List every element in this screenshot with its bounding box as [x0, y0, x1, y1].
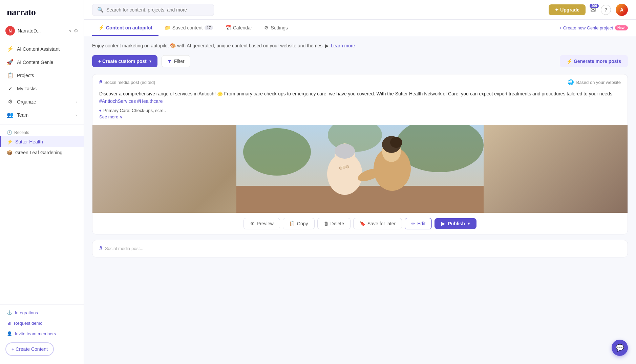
- create-content-button[interactable]: + Create Content: [5, 342, 54, 356]
- chevron-down-icon: ▾: [468, 221, 470, 226]
- preview-button[interactable]: 👁 Preview: [243, 218, 280, 229]
- lightning-icon: ⚡: [98, 25, 104, 30]
- learn-more-link[interactable]: Learn more: [331, 43, 355, 48]
- edit-label: Edit: [417, 221, 425, 226]
- sidebar-item-ai-content-genie[interactable]: 🚀 AI Content Genie: [0, 55, 84, 69]
- logo-area: narrato: [0, 0, 84, 22]
- bottom-link-label: Request demo: [14, 321, 43, 326]
- save-later-button[interactable]: 🔖 Save for later: [353, 218, 402, 229]
- post-actions: 👁 Preview 📋 Copy 🗑 Delete 🔖 Save for lat…: [92, 213, 628, 234]
- notifications-button[interactable]: ✉ 409: [590, 6, 596, 14]
- generate-more-button[interactable]: ⚡ Generate more posts: [560, 55, 628, 67]
- recents-section: 🕐 Recents: [0, 127, 84, 136]
- user-avatar[interactable]: A: [616, 4, 628, 16]
- box-icon: 📦: [7, 150, 13, 155]
- svg-point-9: [343, 166, 345, 168]
- tab-settings[interactable]: ⚙ Settings: [258, 20, 294, 36]
- filter-icon: ▼: [167, 59, 172, 64]
- chevron-down-icon: ∨: [69, 28, 72, 33]
- sidebar-item-ai-content-assistant[interactable]: ⚡ AI Content Assistant: [0, 42, 84, 55]
- filter-button[interactable]: ▼ Filter: [162, 55, 190, 67]
- sidebar-item-organize[interactable]: ⚙ Organize ›: [0, 95, 84, 108]
- folder-icon: 📁: [165, 25, 170, 30]
- saved-count-badge: 17: [205, 25, 213, 30]
- sidebar-item-label: AI Content Genie: [17, 60, 53, 65]
- sidebar-item-my-tasks[interactable]: ✓ My Tasks: [0, 82, 84, 95]
- bookmark-icon: 🔖: [360, 221, 365, 226]
- search-box[interactable]: 🔍: [92, 4, 214, 16]
- settings-icon: ⚙: [264, 25, 269, 30]
- user-profile[interactable]: N NarratoD... ∨ ⚙: [0, 22, 84, 40]
- sidebar-item-label: Team: [17, 112, 28, 118]
- svg-point-10: [346, 165, 349, 168]
- request-demo-link[interactable]: 🖥 Request demo: [0, 318, 84, 328]
- create-content-label: + Create Content: [12, 346, 48, 352]
- autopilot-banner: Enjoy content marketing on autopilot 🎨 w…: [92, 43, 628, 48]
- help-button[interactable]: ?: [601, 5, 611, 15]
- organize-icon: ⚙: [7, 98, 14, 105]
- copy-button[interactable]: 📋 Copy: [283, 218, 315, 229]
- source-label: Based on your website: [576, 80, 621, 85]
- recent-item-sutter-health[interactable]: ⚡ Sutter Health: [0, 136, 84, 147]
- sidebar-bottom: ⚓ Integrations 🖥 Request demo 👤 Invite t…: [0, 304, 84, 359]
- recent-item-label: Green Leaf Gardening: [15, 150, 62, 155]
- recents-label-text: Recents: [14, 130, 29, 135]
- hashtag-icon: #: [99, 246, 102, 252]
- tab-label: Content on autopilot: [106, 25, 152, 30]
- sidebar-item-projects[interactable]: 📋 Projects: [0, 69, 84, 82]
- edit-button[interactable]: ✏ Edit: [405, 218, 432, 229]
- bottom-link-label: Integrations: [15, 310, 38, 315]
- generate-label: ⚡ Generate more posts: [567, 59, 621, 64]
- lightning-icon: ⚡: [7, 139, 13, 144]
- sidebar-item-team[interactable]: 👥 Team ›: [0, 108, 84, 121]
- main-area: 🔍 ✦ Upgrade ✉ 409 ? A ⚡ Content on au: [84, 0, 636, 364]
- publish-button[interactable]: ▶ Publish ▾: [434, 218, 476, 229]
- svg-point-7: [335, 144, 355, 159]
- hashtags: #AntiochServices #Healthcare: [99, 98, 163, 104]
- invite-team-link[interactable]: 👤 Invite team members: [0, 328, 84, 339]
- delete-button[interactable]: 🗑 Delete: [317, 218, 351, 229]
- tab-label: Saved content: [172, 25, 203, 30]
- tab-saved[interactable]: 📁 Saved content 17: [158, 20, 219, 36]
- lightning-icon: ⚡: [7, 46, 14, 52]
- upgrade-button[interactable]: ✦ Upgrade: [549, 4, 586, 15]
- avatar: N: [5, 26, 15, 36]
- user-name: NarratoD...: [18, 28, 66, 33]
- see-more-button[interactable]: See more ∨: [99, 113, 621, 121]
- post-body: Discover a comprehensive range of servic…: [92, 89, 628, 125]
- pencil-icon: ✏: [411, 221, 415, 226]
- create-genie-link[interactable]: + Create new Genie project New!: [559, 25, 628, 30]
- search-input[interactable]: [106, 7, 209, 13]
- second-post-card: # Social media post...: [92, 240, 628, 257]
- publish-label: Publish: [448, 221, 465, 226]
- chat-bubble-button[interactable]: 💬: [612, 340, 628, 356]
- team-icon: 👥: [7, 112, 14, 118]
- chevron-right-icon: ›: [76, 113, 77, 117]
- main-nav: ⚡ AI Content Assistant 🚀 AI Content Geni…: [0, 40, 84, 304]
- create-custom-button[interactable]: + Create custom post ▾: [92, 55, 157, 67]
- svg-point-1: [243, 128, 311, 176]
- delete-label: Delete: [331, 221, 344, 226]
- check-icon: ✓: [7, 85, 14, 92]
- rocket-icon: 🚀: [7, 59, 14, 65]
- sidebar-item-label: AI Content Assistant: [17, 46, 60, 52]
- tab-calendar[interactable]: 📅 Calendar: [219, 20, 258, 36]
- post-image: [92, 125, 628, 213]
- integrations-link[interactable]: ⚓ Integrations: [0, 308, 84, 318]
- eye-icon: 👁: [250, 221, 255, 226]
- autopilot-container: Enjoy content marketing on autopilot 🎨 w…: [84, 36, 636, 270]
- anchor-icon: ⚓: [7, 310, 12, 315]
- chevron-right-icon: ›: [76, 100, 77, 104]
- search-icon: 🔍: [97, 7, 104, 13]
- recent-item-green-leaf[interactable]: 📦 Green Leaf Gardening: [0, 147, 84, 158]
- source-info: 🌐 Based on your website: [568, 79, 621, 85]
- tab-label: Calendar: [233, 25, 252, 30]
- sidebar-item-label: Projects: [17, 73, 34, 78]
- topbar: 🔍 ✦ Upgrade ✉ 409 ? A: [84, 0, 636, 20]
- post-card: # Social media post (edited) 🌐 Based on …: [92, 74, 628, 234]
- recent-item-label: Sutter Health: [15, 139, 43, 144]
- projects-icon: 📋: [7, 72, 14, 78]
- gear-icon[interactable]: ⚙: [74, 28, 78, 33]
- tab-autopilot[interactable]: ⚡ Content on autopilot: [92, 20, 158, 36]
- post-text: Discover a comprehensive range of servic…: [99, 90, 621, 105]
